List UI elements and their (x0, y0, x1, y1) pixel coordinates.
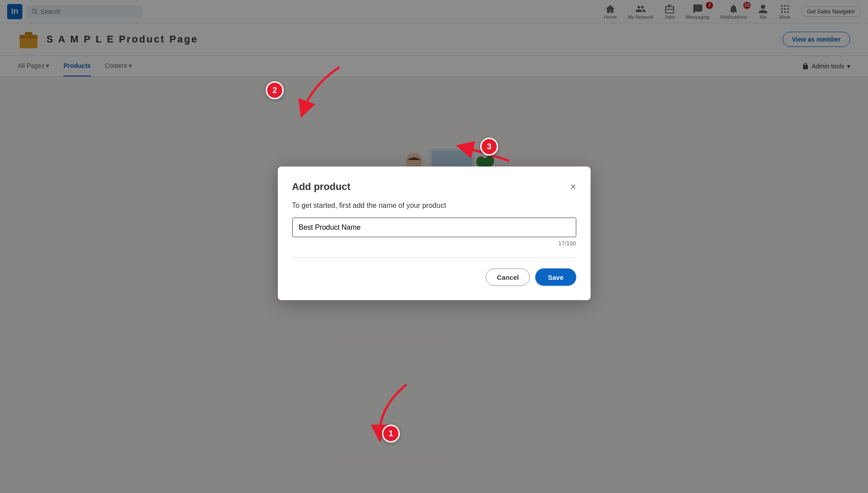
modal-description: To get started, first add the name of yo… (292, 201, 576, 209)
modal-header: Add product × (292, 181, 576, 192)
add-product-modal: Add product × To get started, first add … (278, 166, 591, 300)
modal-title: Add product (292, 181, 351, 192)
save-button[interactable]: Save (535, 268, 576, 286)
product-name-input[interactable] (292, 217, 576, 237)
modal-actions: Cancel Save (292, 268, 576, 286)
char-count: 17/100 (292, 240, 576, 246)
modal-close-button[interactable]: × (570, 181, 576, 192)
cancel-button[interactable]: Cancel (486, 268, 530, 286)
modal-divider (292, 257, 576, 257)
